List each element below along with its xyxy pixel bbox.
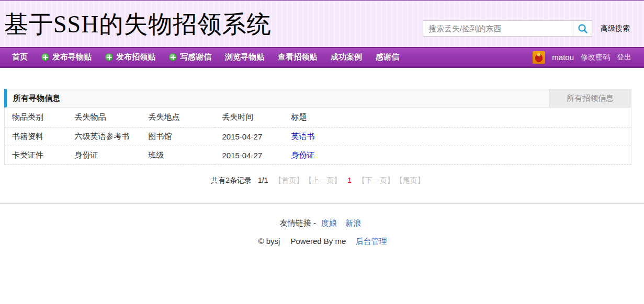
nav-item-label: 发布寻物贴 [52, 52, 92, 62]
page-header: 基于SSH的失物招领系统 高级搜索 [0, 0, 644, 47]
nav-user-area: matou 修改密码 登出 [533, 51, 639, 64]
table-header-row: 物品类别 丢失物品 丢失地点 丢失时间 标题 [5, 108, 631, 127]
nav-item-label: 查看招领贴 [278, 52, 317, 62]
nav-item-success-cases[interactable]: 成功案例 [324, 48, 369, 66]
cell-place: 班级 [141, 146, 215, 165]
cell-place: 图书馆 [141, 127, 215, 146]
page-indicator: 1/1 [258, 176, 268, 184]
plus-icon [169, 53, 177, 61]
user-avatar[interactable] [533, 51, 545, 64]
cell-category: 书籍资料 [5, 127, 67, 146]
nav-item-label: 首页 [12, 52, 28, 62]
cell-time: 2015-04-27 [215, 146, 284, 165]
cell-item: 身份证 [67, 146, 141, 165]
pagination-next[interactable]: 【下一页】 [358, 176, 394, 184]
site-title: 基于SSH的失物招领系统 [4, 8, 271, 41]
nav-item-label: 成功案例 [331, 52, 362, 62]
pagination-current-page: 1 [347, 176, 352, 184]
friend-links-line: 友情链接 - 度娘 新浪 [0, 204, 644, 228]
col-header-place: 丢失地点 [141, 108, 215, 127]
nav-item-write-thanks[interactable]: 写感谢信 [162, 48, 218, 66]
pagination-prev[interactable]: 【上一页】 [304, 176, 341, 184]
nav-item-label: 感谢信 [376, 52, 399, 62]
nav-item-thanks-letters[interactable]: 感谢信 [369, 48, 406, 66]
change-password-link[interactable]: 修改密码 [581, 53, 610, 62]
main-nav: 首页 发布寻物贴 发布招领贴 写感谢信 浏览寻物贴 查看招领贴 成功案例 感谢信… [0, 47, 644, 68]
lost-items-panel: 所有寻物信息 所有招领信息 物品类别 丢失物品 丢失地点 丢失时间 标题 书籍资… [4, 89, 631, 185]
advanced-search-link[interactable]: 高级搜索 [601, 24, 630, 33]
col-header-title: 标题 [284, 108, 631, 127]
tab-all-found-info[interactable]: 所有招领信息 [549, 89, 631, 107]
copyright-text: © bysj [258, 237, 280, 245]
cell-category: 卡类证件 [5, 146, 67, 165]
powered-by-text: Powered By me [291, 237, 346, 245]
admin-link[interactable]: 后台管理 [356, 237, 387, 245]
search-box [423, 20, 592, 37]
panel-header: 所有寻物信息 所有招领信息 [4, 89, 631, 108]
nav-item-post-lost[interactable]: 发布寻物贴 [35, 48, 98, 66]
lost-items-table: 物品类别 丢失物品 丢失地点 丢失时间 标题 书籍资料 六级英语参考书 图书馆 … [4, 108, 631, 165]
friend-links-label: 友情链接 - [280, 218, 316, 227]
col-header-item: 丢失物品 [67, 108, 141, 127]
pagination: 共有2条记录 1/1 【首页】【上一页】 1 【下一页】【尾页】 [4, 176, 631, 185]
panel-title: 所有寻物信息 [7, 89, 60, 107]
record-count: 共有2条记录 [211, 176, 252, 184]
table-row: 卡类证件 身份证 班级 2015-04-27 身份证 [5, 146, 631, 165]
cell-item: 六级英语参考书 [67, 127, 141, 146]
pagination-last[interactable]: 【尾页】 [396, 176, 425, 184]
col-header-time: 丢失时间 [215, 108, 284, 127]
nav-item-browse-lost[interactable]: 浏览寻物贴 [218, 48, 271, 66]
nav-item-home[interactable]: 首页 [5, 48, 35, 66]
table-row: 书籍资料 六级英语参考书 图书馆 2015-04-27 英语书 [5, 127, 631, 146]
search-input[interactable] [423, 21, 573, 36]
search-button[interactable] [573, 21, 592, 36]
search-icon [578, 24, 588, 34]
nav-item-label: 写感谢信 [180, 52, 211, 62]
nav-item-label: 发布招领贴 [116, 52, 155, 62]
nav-item-view-found[interactable]: 查看招领贴 [271, 48, 324, 66]
pagination-first[interactable]: 【首页】 [274, 176, 303, 184]
page-footer: 友情链接 - 度娘 新浪 © bysj Powered By me 后台管理 [0, 203, 644, 247]
nav-item-post-found[interactable]: 发布招领贴 [98, 48, 162, 66]
logout-link[interactable]: 登出 [617, 53, 631, 62]
copyright-line: © bysj Powered By me 后台管理 [0, 228, 644, 247]
col-header-category: 物品类别 [5, 108, 67, 127]
friend-link-sina[interactable]: 新浪 [345, 218, 361, 227]
cell-time: 2015-04-27 [215, 127, 284, 146]
row-title-link[interactable]: 身份证 [291, 150, 315, 159]
nav-item-label: 浏览寻物贴 [225, 52, 264, 62]
row-title-link[interactable]: 英语书 [291, 132, 315, 141]
plus-icon [41, 53, 49, 61]
friend-link-duniang[interactable]: 度娘 [321, 218, 337, 227]
username: matou [552, 53, 574, 62]
plus-icon [105, 53, 113, 61]
